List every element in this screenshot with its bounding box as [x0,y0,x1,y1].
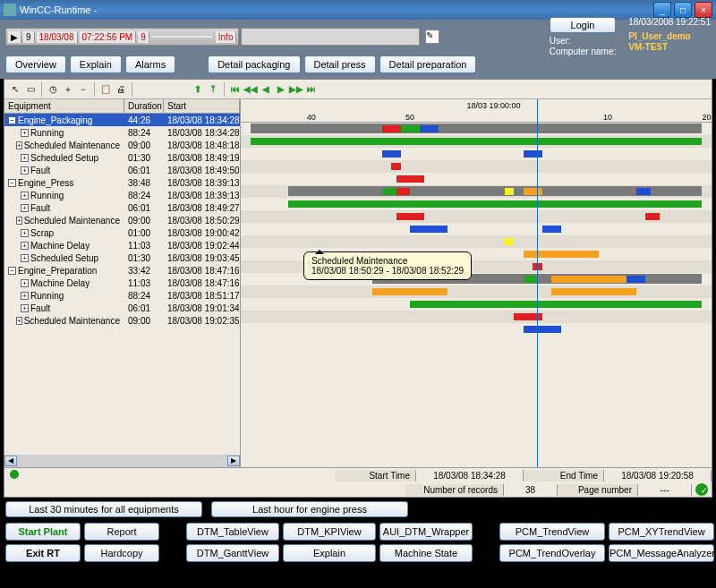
gantt-bar[interactable] [524,138,528,145]
report-button[interactable]: Report [84,523,159,541]
gantt-bar[interactable] [251,138,703,145]
skip-end-icon[interactable]: ⏭ [304,82,319,97]
pcm-trendview-button[interactable]: PCM_TrendView [499,523,605,541]
play-icon[interactable]: ▶ [8,31,21,43]
forward-icon[interactable]: ▶▶ [289,82,303,97]
overview-button[interactable]: Overview [5,55,66,73]
gantt-bar[interactable] [645,213,660,220]
copy-icon[interactable]: 📋 [98,82,113,97]
hardcopy-button[interactable]: Hardcopy [84,544,159,562]
gantt-bar[interactable] [551,276,626,283]
gantt-bar[interactable] [396,213,425,220]
col-equipment[interactable]: Equipment [4,99,124,113]
tree-row[interactable]: +Machine Delay11:0318/03/08 18:47:16 [4,277,240,289]
print-icon[interactable]: 🖨 [114,82,128,97]
tree-row[interactable]: +Scheduled Maintenance09:0018/03/08 19:0… [4,314,240,327]
gantt-bar[interactable] [524,326,561,333]
bottom-grid: Start Plant Report Exit RT Hardcopy DTM_… [0,519,716,567]
gantt-bar[interactable] [391,163,401,170]
detail-press-button[interactable]: Detail press [304,55,376,73]
col-duration[interactable]: Duration [124,99,164,113]
last-30-button[interactable]: Last 30 minutes for all equipments [5,501,202,517]
gantt-bar[interactable] [382,125,401,132]
pcm-trendoverlay-button[interactable]: PCM_TrendOverlay [499,544,605,562]
all-up-icon[interactable]: ⤒ [206,82,220,97]
gantt-bar[interactable] [636,188,651,195]
gantt-bar[interactable] [551,288,636,295]
gantt-bar[interactable] [542,226,561,233]
machine-state-button[interactable]: Machine State [379,544,473,562]
lasso-icon[interactable]: ▭ [23,82,38,97]
tree-row[interactable]: +Scheduled Setup01:3018/03/08 18:49:19 [4,151,240,164]
gantt-chart-pane[interactable]: 18/03 19:00:00 40 50 10 20 Scheduled Mai… [241,99,712,467]
tree-row[interactable]: +Fault06:0118/03/08 18:49:50 [4,164,240,176]
gantt-bar[interactable] [382,188,396,195]
exit-rt-button[interactable]: Exit RT [5,544,81,562]
last-hour-button[interactable]: Last hour for engine press [211,501,408,517]
tree-row[interactable]: +Running88:2418/03/08 18:39:13 [4,189,240,201]
pcm-xytrendview-button[interactable]: PCM_XYTrendView [609,523,714,541]
step-back-icon[interactable]: ◀ [259,82,273,97]
gantt-bar[interactable] [524,200,533,208]
start-plant-button[interactable]: Start Plant [5,523,81,541]
gantt-bar[interactable] [372,288,448,295]
explain-button[interactable]: Explain [70,55,122,73]
gantt-bar[interactable] [505,238,515,245]
select-icon[interactable]: ↖ [8,82,22,97]
maximize-button[interactable]: □ [674,2,692,18]
gantt-bar[interactable] [524,150,542,158]
gantt-bar[interactable] [524,276,538,283]
tree-row[interactable]: +Machine Delay11:0318/03/08 19:02:44 [4,239,240,251]
gantt-bar[interactable] [626,276,645,283]
ok-icon[interactable]: ✓ [695,483,708,496]
tree-row[interactable]: −Engine_Preparation33:4218/03/08 18:47:1… [4,264,240,277]
gantt-bar[interactable] [410,226,448,233]
col-start[interactable]: Start [164,99,240,113]
skip-start-icon[interactable]: ⏮ [228,82,243,97]
gantt-bar[interactable] [410,301,702,308]
tree-row[interactable]: −Engine_Press38:4818/03/08 18:39:13 [4,176,240,189]
gantt-bar[interactable] [505,138,515,145]
zoom-in-icon[interactable]: ＋ [61,82,75,97]
tree-hscroll[interactable]: ◀ ▶ [4,455,240,467]
gantt-bar[interactable] [401,125,420,132]
dtm-ganttview-button[interactable]: DTM_GanttView [186,544,279,562]
gantt-bar[interactable] [420,125,439,132]
gantt-bar[interactable] [396,188,411,195]
detail-packaging-button[interactable]: Detail packaging [208,55,300,73]
gantt-bar[interactable] [505,188,515,195]
tree-row[interactable]: +Fault06:0118/03/08 18:49:27 [4,201,240,214]
tree-row[interactable]: +Scrap01:0018/03/08 19:00:42 [4,226,240,239]
gantt-bar[interactable] [382,150,401,158]
gantt-bar[interactable] [396,175,425,183]
explain2-button[interactable]: Explain [283,544,376,562]
tree-row[interactable]: +Scheduled Maintenance09:0018/03/08 18:5… [4,214,240,226]
zoom-out-icon[interactable]: － [76,82,90,97]
gantt-bar[interactable] [251,124,703,133]
minimize-button[interactable]: _ [653,2,671,18]
clock-icon[interactable]: ◷ [46,82,60,97]
dtm-kpiview-button[interactable]: DTM_KPIView [283,523,376,541]
tree-row[interactable]: +Fault06:0118/03/08 19:01:34 [4,302,240,314]
pcm-messageanalyzer-button[interactable]: PCM_MessageAnalyzer [609,544,714,562]
tree-row[interactable]: +Scheduled Maintenance09:0018/03/08 18:4… [4,139,240,151]
tree-row[interactable]: −Engine_Packaging44:2618/03/08 18:34:28 [4,114,240,126]
alarms-button[interactable]: Alarms [125,55,175,73]
gantt-bar[interactable] [288,200,703,208]
gantt-bar[interactable] [524,188,542,195]
close-button[interactable]: × [695,2,712,18]
tree-row[interactable]: +Running88:2418/03/08 18:34:28 [4,126,240,139]
tree-row[interactable]: +Running88:2418/03/08 18:51:17 [4,289,240,302]
edit-icon[interactable]: ✎ [425,30,439,44]
gantt-bar[interactable] [524,251,599,258]
dtm-tableview-button[interactable]: DTM_TableView [186,523,279,541]
step-fwd-icon[interactable]: ▶ [274,82,288,97]
rewind-icon[interactable]: ◀◀ [243,82,258,97]
scroll-left-icon[interactable]: ◀ [4,456,17,466]
aui-dtm-wrapper-button[interactable]: AUI_DTM_Wrapper [379,523,473,541]
first-up-icon[interactable]: ⬆ [191,82,205,97]
detail-preparation-button[interactable]: Detail preparation [379,55,477,73]
tree-row[interactable]: +Scheduled Setup01:3018/03/08 19:03:45 [4,251,240,264]
scroll-right-icon[interactable]: ▶ [227,456,240,466]
login-button[interactable]: Login [550,17,616,33]
